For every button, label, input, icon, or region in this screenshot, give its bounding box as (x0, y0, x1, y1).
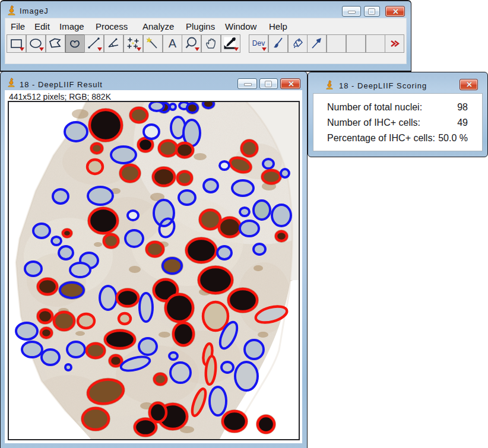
svg-text:A: A (169, 37, 177, 50)
svg-text:Dev: Dev (252, 39, 265, 47)
